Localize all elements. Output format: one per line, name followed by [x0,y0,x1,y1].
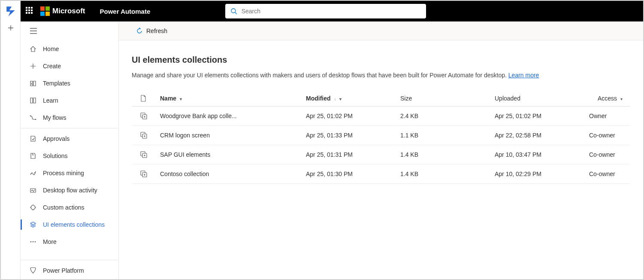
sidebar-item-templates[interactable]: Templates [21,75,118,92]
top-bar: Microsoft Power Automate [21,1,643,21]
process-icon [29,170,37,177]
microsoft-logo: Microsoft [40,6,85,16]
svg-point-10 [35,241,36,243]
plus-icon [29,63,37,70]
collection-icon [140,151,153,158]
sidebar-item-home[interactable]: Home [21,40,118,58]
refresh-button[interactable]: Refresh [136,27,167,34]
nav-divider [21,128,118,128]
sidebar-item-learn[interactable]: Learn [21,92,118,109]
sidebar-item-label: My flows [43,114,66,121]
command-bar: Refresh [119,21,643,40]
svg-point-4 [31,173,32,174]
cell-name: Contoso collection [157,164,302,184]
col-header-icon[interactable] [132,91,157,107]
sidebar-item-process-mining[interactable]: Process mining [21,164,118,182]
svg-rect-6 [30,189,36,192]
hamburger-button[interactable] [21,21,118,40]
svg-point-8 [30,241,32,243]
cell-name: CRM logon screen [157,126,302,145]
cell-uploaded: Apr 10, 03:47 PM [491,145,586,164]
cell-size: 1.4 KB [397,145,491,164]
chevron-down-icon: ▾ [180,97,182,101]
sidebar-item-custom-actions[interactable]: Custom actions [21,199,118,216]
page-title: UI elements collections [132,55,630,65]
cell-access: Co-owner [586,126,630,145]
sidebar-item-ui-elements-collections[interactable]: UI elements collections [21,216,118,233]
sidebar-item-solutions[interactable]: Solutions [21,147,118,164]
microsoft-icon [40,6,50,16]
book-icon [29,97,37,104]
power-automate-logo-icon[interactable] [4,4,17,17]
sidebar-item-label: Templates [43,80,70,87]
collection-icon [140,113,153,119]
svg-point-7 [31,205,35,210]
cell-access: Co-owner [586,164,630,184]
cell-name: Woodgrove Bank app colle... [157,107,302,126]
svg-point-0 [231,9,236,13]
more-icon [29,238,37,245]
sidebar-item-label: Learn [43,97,58,104]
cell-name: SAP GUI elements [157,145,302,164]
product-name: Power Automate [100,8,151,15]
sidebar-item-label: Process mining [43,170,84,177]
sidebar-item-label: Desktop flow activity [43,187,97,194]
cell-modified: Apr 25, 01:33 PM [302,126,397,145]
collection-icon [140,170,153,177]
file-icon [140,95,153,102]
add-app-button[interactable] [6,23,15,33]
home-icon [29,46,37,52]
col-header-access[interactable]: Access ▾ [586,91,630,107]
app-rail [1,1,21,279]
col-header-modified[interactable]: Modified ↓ ▾ [302,91,397,107]
page-description: Manage and share your UI elements collec… [132,72,630,79]
table-row[interactable]: CRM logon screenApr 25, 01:33 PM1.1 KBAp… [132,126,630,145]
nav-divider [21,260,118,260]
sidebar-item-approvals[interactable]: Approvals [21,130,118,147]
chevron-down-icon: ▾ [620,97,623,101]
table-row[interactable]: Contoso collectionApr 25, 01:30 PM1.4 KB… [132,164,630,184]
table-row[interactable]: SAP GUI elementsApr 25, 01:31 PM1.4 KBAp… [132,145,630,164]
cell-size: 2.4 KB [397,107,491,126]
sidebar-item-label: Home [43,46,59,52]
content-area: UI elements collections Manage and share… [119,40,643,279]
learn-more-link[interactable]: Learn more [508,72,539,79]
refresh-label: Refresh [146,27,167,34]
sidebar-item-more[interactable]: More [21,233,118,250]
app-launcher-icon[interactable] [26,7,34,15]
cell-modified: Apr 25, 01:31 PM [302,145,397,164]
sidebar-item-my-flows[interactable]: My flows [21,109,118,126]
collections-table: Name ▾ Modified ↓ ▾ Size [132,91,630,184]
search-input[interactable] [242,8,421,15]
templates-icon [29,80,37,87]
cell-size: 1.4 KB [397,164,491,184]
cell-modified: Apr 25, 01:30 PM [302,164,397,184]
svg-point-2 [30,116,31,117]
sidebar-item-power-platform[interactable]: Power Platform [21,262,118,279]
flow-icon [29,114,37,121]
sidebar-item-label: Custom actions [43,204,84,211]
global-search[interactable] [225,4,426,18]
microsoft-word: Microsoft [52,7,85,15]
sidebar-item-label: More [43,238,57,245]
cell-size: 1.1 KB [397,126,491,145]
cell-uploaded: Apr 10, 02:29 PM [491,164,586,184]
svg-point-3 [35,119,36,120]
col-header-uploaded[interactable]: Uploaded [491,91,586,107]
custom-icon [29,204,37,211]
sidebar-item-desktop-flow-activity[interactable]: Desktop flow activity [21,182,118,199]
col-header-name[interactable]: Name ▾ [157,91,302,107]
cell-access: Owner [586,107,630,126]
layers-icon [29,221,37,228]
sidebar-item-label: Approvals [43,135,70,142]
sidebar-item-label: Solutions [43,152,68,159]
col-header-size[interactable]: Size [397,91,491,107]
table-row[interactable]: Woodgrove Bank app colle...Apr 25, 01:02… [132,107,630,126]
sidebar-item-label: UI elements collections [43,221,105,228]
activity-icon [29,187,37,194]
svg-point-5 [34,172,35,173]
sidebar-item-create[interactable]: Create [21,58,118,75]
cell-access: Co-owner [586,145,630,164]
cell-modified: Apr 25, 01:02 PM [302,107,397,126]
chevron-down-icon: ▾ [339,97,342,101]
